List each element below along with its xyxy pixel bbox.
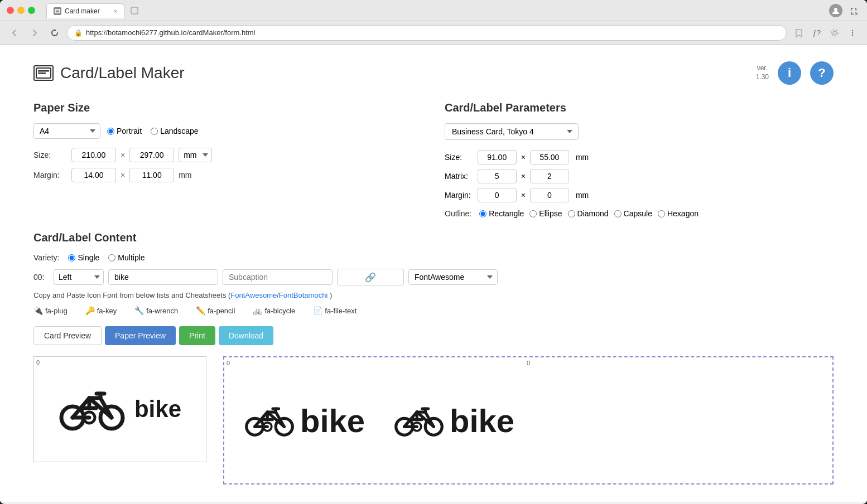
outline-diamond-label[interactable]: Diamond [568,209,609,218]
ssl-lock-icon: 🔒 [74,29,83,37]
outline-ellipse-label[interactable]: Ellipse [529,209,562,218]
size-row: Size: × mm inch [33,148,422,162]
content-row: 00: Left Center Right FontAwesome FontBo… [33,269,834,285]
margin-label: Margin: [33,171,67,180]
subcaption-input[interactable] [223,269,333,285]
paper-size-select[interactable]: A4 A3 Letter [33,123,100,139]
svg-point-7 [852,32,853,33]
bicycle-icon: 🚲 [253,306,262,315]
single-radio-label[interactable]: Single [68,253,99,262]
card-size-row: Size: × mm [445,148,593,167]
back-button[interactable] [7,25,22,41]
tab-bar: Card maker × [46,3,825,18]
outline-row: Outline: Rectangle Ellipse Diamond [445,209,834,218]
font-select[interactable]: FontAwesome FontBotamochi [408,269,498,285]
tab-close-button[interactable]: × [114,8,117,14]
info-button[interactable]: i [778,61,801,85]
variety-label: Variety: [33,253,59,262]
download-button[interactable]: Download [219,326,273,345]
outline-capsule-text: Capsule [624,209,652,218]
content-section: Card/Label Content Variety: Single Multi… [33,231,834,315]
paper-preview-zero-tr: 0 [527,360,530,366]
forward-button[interactable] [27,25,42,41]
fontbotamochi-link[interactable]: FontBotamochi [279,291,327,299]
minimize-button[interactable] [17,7,25,14]
outline-rect-radio[interactable] [479,210,487,217]
wrench-icon-label: fa-wrench [146,307,178,315]
paper-size-row: A4 A3 Letter Portrait Landscape [33,123,422,139]
margin-row: Margin: × mm [33,168,422,182]
card-preview-button[interactable]: Card Preview [33,326,102,345]
reload-button[interactable] [47,25,62,41]
size-width-input[interactable] [71,148,116,162]
help-button[interactable]: ? [810,61,834,85]
plug-icon: 🔌 [33,306,43,315]
matrix-x-input[interactable] [478,169,517,183]
svg-rect-0 [55,9,60,13]
portrait-radio[interactable] [107,128,114,135]
fontawesome-link[interactable]: FontAwesome [230,291,277,299]
outline-hexagon-radio[interactable] [658,210,665,217]
bookmark-button[interactable] [791,25,807,41]
bike-icon-paper-2 [394,404,444,437]
outline-capsule-label[interactable]: Capsule [614,209,652,218]
card-margin-label: Margin: [445,191,471,200]
card-size-label: Size: [445,153,462,162]
stylus-button[interactable]: ƒ? [809,25,825,41]
margin-v-input[interactable] [129,168,174,182]
active-tab[interactable]: Card maker × [46,3,124,18]
params-table: Size: × mm [445,148,593,205]
address-bar[interactable]: 🔒 https://botamochi6277.github.io/cardMa… [67,25,787,41]
portrait-radio-label[interactable]: Portrait [107,127,142,135]
times-symbol-margin: × [121,171,125,180]
card-margin-row: Margin: × mm [445,186,593,205]
print-button[interactable]: Print [179,326,215,345]
icon-item-wrench: 🔧 fa-wrench [134,306,178,315]
unit-select[interactable]: mm inch [179,148,212,162]
icon-item-pencil: ✏️ fa-pencil [196,306,235,315]
card-margin-x-input[interactable] [478,188,517,202]
pencil-icon-label: fa-pencil [208,307,235,315]
size-label: Size: [33,151,67,159]
align-select[interactable]: Left Center Right [54,269,104,285]
bike-icon-small [59,387,126,432]
card-width-input[interactable] [478,150,517,164]
file-text-icon: 📄 [313,306,322,315]
page-header: Card/Label Maker ver. 1.30 i ? [33,61,834,85]
landscape-radio-label[interactable]: Landscape [151,127,199,135]
menu-button[interactable] [845,25,860,41]
paper-preview-button[interactable]: Paper Preview [105,326,176,345]
margin-h-input[interactable] [71,168,116,182]
outline-rect-text: Rectangle [489,209,524,218]
preview-area: 0 [33,356,834,484]
icon-input[interactable] [337,269,404,285]
app-title: Card/Label Maker [60,64,185,82]
icon-list: 🔌 fa-plug 🔑 fa-key 🔧 fa-wrench ✏️ fa-pen… [33,306,834,315]
outline-diamond-radio[interactable] [568,210,575,217]
outline-hexagon-label[interactable]: Hexagon [658,209,699,218]
text-input[interactable] [108,269,218,285]
landscape-radio[interactable] [151,128,158,135]
pencil-icon: ✏️ [196,306,205,315]
close-button[interactable] [7,7,14,14]
fullscreen-button[interactable] [28,7,35,14]
outline-hexagon-text: Hexagon [667,209,699,218]
paper-card-1: bike [235,396,374,445]
icon-item-bicycle: 🚲 fa-bicycle [253,306,295,315]
card-height-input[interactable] [530,150,569,164]
multiple-radio[interactable] [108,254,115,261]
card-type-select[interactable]: Business Card, Tokyo 4 Business Card, US… [445,123,579,140]
outline-capsule-radio[interactable] [614,210,622,217]
outline-rect-label[interactable]: Rectangle [479,209,524,218]
settings-button[interactable] [827,25,842,41]
new-tab-button[interactable] [127,3,142,18]
window-expand-icon[interactable] [847,4,860,17]
single-radio[interactable] [68,254,75,261]
plug-icon-label: fa-plug [45,307,68,315]
window-user-icon[interactable] [829,4,842,17]
size-height-input[interactable] [129,148,174,162]
card-margin-y-input[interactable] [530,188,569,202]
matrix-y-input[interactable] [530,169,569,183]
multiple-radio-label[interactable]: Multiple [108,253,144,262]
outline-ellipse-radio[interactable] [529,210,537,217]
